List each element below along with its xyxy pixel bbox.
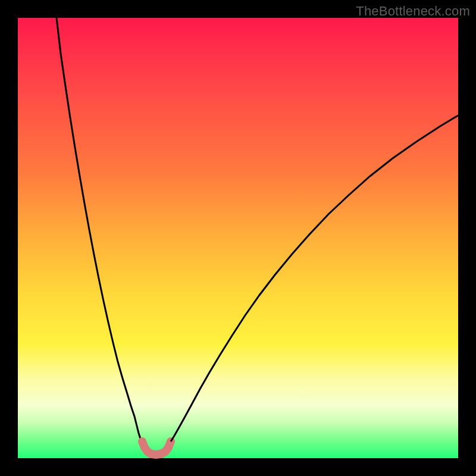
curve-valley xyxy=(142,441,171,455)
curve-left-branch xyxy=(57,18,142,441)
curve-right-branch xyxy=(171,115,458,441)
chart-plot-area xyxy=(18,18,458,458)
watermark-text: TheBottleneck.com xyxy=(356,4,470,19)
outer-frame: TheBottleneck.com xyxy=(0,0,476,476)
bottleneck-curve xyxy=(18,18,458,458)
